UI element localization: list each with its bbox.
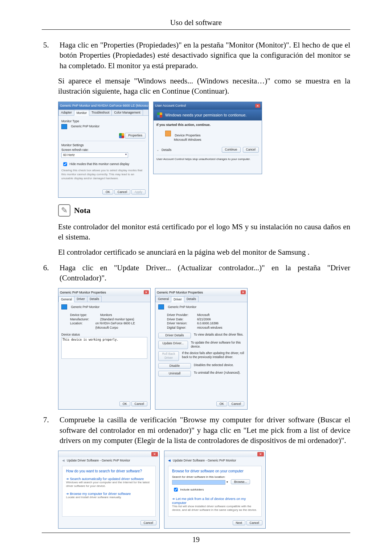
footer-rule bbox=[42, 533, 350, 533]
tab-color-management[interactable]: Color Management bbox=[111, 110, 143, 115]
figure-update-driver-search-dialog: ✕ ◀ Update Driver Software - Generic PnP… bbox=[58, 451, 160, 529]
figure-device-properties-driver-dialog: Generic PnP Monitor Properties ✕ General… bbox=[155, 288, 248, 410]
pick-title: Let me pick from a list of device driver… bbox=[172, 497, 246, 505]
figA-titlebar[interactable]: Generic PnP Monitor and NVIDIA GeForce 6… bbox=[58, 102, 148, 110]
monitor-type-name: Generic PnP Monitor bbox=[71, 124, 99, 128]
location-value: on NVIDIA GeForce 6600 LE (Microsoft Cor… bbox=[95, 321, 147, 330]
tab-troubleshoot[interactable]: Troubleshoot bbox=[89, 110, 112, 115]
close-icon[interactable]: ✕ bbox=[151, 452, 158, 456]
uninstall-button[interactable]: Uninstall bbox=[158, 371, 191, 376]
option-search-automatically[interactable]: ➔ Search automatically for updated drive… bbox=[66, 477, 152, 488]
uac-microsoft-windows: Microsoft Windows bbox=[174, 138, 259, 142]
opt1-desc: Windows will search your computer and th… bbox=[66, 481, 152, 488]
opt2-desc: Locate and install driver software manua… bbox=[66, 496, 152, 499]
apply-button[interactable]: Apply bbox=[131, 189, 146, 194]
close-icon[interactable]: ✕ bbox=[255, 104, 260, 108]
device-type-label: Device type: bbox=[70, 313, 97, 317]
driver-version-label: Driver Version: bbox=[167, 321, 194, 325]
driver-date-label: Driver Date: bbox=[167, 317, 194, 321]
uac-started-text: If you started this action, continue. bbox=[156, 123, 259, 127]
ok-button[interactable]: OK bbox=[119, 401, 130, 406]
uac-footer-text: User Account Control helps stop unauthor… bbox=[156, 157, 259, 161]
location-label: Location: bbox=[70, 321, 93, 330]
option-let-me-pick[interactable]: ➔ Let me pick from a list of device driv… bbox=[172, 497, 258, 512]
instruction-5-number: 5. bbox=[42, 40, 60, 71]
shield-icon bbox=[119, 133, 124, 138]
opt1-title: Search automatically for updated driver … bbox=[70, 477, 144, 481]
figA-title: Generic PnP Monitor and NVIDIA GeForce 6… bbox=[60, 104, 148, 107]
figD-titlebar[interactable]: Generic PnP Monitor Properties ✕ bbox=[155, 288, 247, 296]
tab-details[interactable]: Details bbox=[184, 296, 199, 302]
digital-signer-value: microsoft windows bbox=[197, 326, 222, 330]
figF-titlebar[interactable]: ✕ bbox=[164, 451, 265, 457]
tab-adapter[interactable]: Adapter bbox=[58, 110, 74, 115]
close-icon[interactable]: ✕ bbox=[257, 452, 264, 456]
figC-title: Generic PnP Monitor Properties bbox=[60, 291, 106, 294]
figure-uac-dialog: User Account Control ✕ Windows needs you… bbox=[153, 102, 262, 174]
refresh-rate-select[interactable]: 60 Hertz bbox=[61, 152, 128, 158]
pick-desc: This list will show installed driver sof… bbox=[172, 505, 258, 512]
cancel-button[interactable]: Cancel bbox=[114, 189, 130, 194]
note-label: Nota bbox=[74, 206, 90, 215]
driver-provider-label: Driver Provider: bbox=[167, 313, 194, 317]
option-browse-my-computer[interactable]: ➔ Browse my computer for driver software… bbox=[66, 492, 152, 499]
back-icon[interactable]: ◀ bbox=[168, 459, 171, 462]
tab-general[interactable]: General bbox=[58, 296, 74, 302]
figA-tabs: Adapter Monitor Troubleshoot Color Manag… bbox=[58, 110, 148, 116]
header-rule bbox=[42, 29, 350, 30]
figE-titlebar[interactable]: ✕ bbox=[58, 451, 159, 457]
cancel-button[interactable]: Cancel bbox=[246, 520, 262, 525]
driver-provider-value: Microsoft bbox=[197, 313, 209, 317]
manufacturer-label: Manufacturer: bbox=[70, 317, 97, 321]
next-button[interactable]: Next bbox=[233, 520, 245, 525]
figF-heading: Browse for driver software on your compu… bbox=[172, 469, 258, 473]
chevron-down-icon[interactable]: ⌄ bbox=[156, 148, 159, 152]
shield-icon bbox=[157, 112, 162, 118]
details-toggle[interactable]: Details bbox=[162, 148, 172, 152]
cancel-button[interactable]: Cancel bbox=[243, 147, 259, 152]
uac-device-properties: Device Properties bbox=[175, 134, 201, 137]
continue-button[interactable]: Continue bbox=[222, 147, 241, 152]
cancel-button[interactable]: Cancel bbox=[140, 520, 156, 525]
tab-general[interactable]: General bbox=[155, 296, 171, 302]
instruction-6-text: Haga clic en "Update Driver... (Actualiz… bbox=[60, 263, 350, 283]
device-type-value: Monitors bbox=[100, 313, 112, 317]
close-icon[interactable]: ✕ bbox=[241, 290, 246, 294]
monitor-icon bbox=[61, 124, 67, 129]
back-icon: ◀ bbox=[62, 459, 65, 462]
figC-titlebar[interactable]: Generic PnP Monitor Properties ✕ bbox=[58, 288, 150, 296]
instruction-5: 5. Haga clic en "Properties (Propiedades… bbox=[42, 40, 350, 71]
figD-title: Generic PnP Monitor Properties bbox=[157, 291, 203, 294]
figure-device-properties-general-dialog: Generic PnP Monitor Properties ✕ General… bbox=[58, 288, 151, 410]
hide-modes-help: Clearing this check box allows you to se… bbox=[61, 169, 146, 180]
tab-monitor[interactable]: Monitor bbox=[74, 110, 89, 116]
instruction-6: 6. Haga clic en "Update Driver... (Actua… bbox=[42, 263, 350, 283]
app-icon bbox=[165, 131, 171, 136]
monitor-icon bbox=[61, 304, 67, 309]
ok-button[interactable]: OK bbox=[102, 189, 113, 194]
update-driver-button[interactable]: Update Driver... bbox=[158, 341, 188, 349]
figB-titlebar[interactable]: User Account Control ✕ bbox=[154, 102, 262, 110]
page-number: 19 bbox=[0, 535, 392, 544]
monitor-icon bbox=[158, 304, 164, 309]
instruction-7-number: 7. bbox=[42, 415, 60, 446]
driver-path-input[interactable] bbox=[172, 480, 225, 485]
close-icon[interactable]: ✕ bbox=[144, 290, 149, 294]
include-subfolders-checkbox[interactable] bbox=[174, 488, 177, 491]
tab-driver[interactable]: Driver bbox=[171, 296, 184, 302]
driver-details-button[interactable]: Driver Details bbox=[158, 333, 191, 338]
disable-button[interactable]: Disable bbox=[158, 363, 191, 369]
update-driver-text: To update the driver software for this d… bbox=[191, 341, 244, 349]
rollback-driver-button: Roll Back Driver bbox=[158, 351, 179, 361]
instruction-7-text: Compruebe la casilla de verificación "Br… bbox=[60, 415, 350, 446]
device-status-label: Device status bbox=[61, 333, 147, 337]
tab-driver[interactable]: Driver bbox=[74, 296, 87, 302]
monitor-type-label: Monitor Type bbox=[61, 119, 146, 123]
cancel-button[interactable]: Cancel bbox=[131, 401, 147, 406]
browse-button[interactable]: Browse... bbox=[231, 479, 250, 484]
cancel-button[interactable]: Cancel bbox=[228, 401, 244, 406]
tab-details[interactable]: Details bbox=[87, 296, 102, 302]
ok-button[interactable]: OK bbox=[216, 401, 227, 406]
hide-modes-checkbox[interactable] bbox=[63, 162, 67, 166]
properties-button[interactable]: Properties bbox=[125, 133, 146, 138]
